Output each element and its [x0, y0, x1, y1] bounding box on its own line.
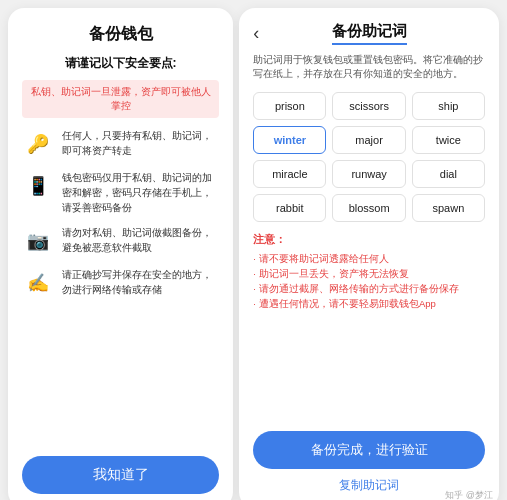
notes-section: 注意： 请不要将助记词透露给任何人助记词一旦丢失，资产将无法恢复请勿通过截屏、网…: [253, 232, 485, 312]
security-icon-1: 📱: [22, 170, 54, 202]
security-text-0: 任何人，只要持有私钥、助记词，即可将资产转走: [62, 128, 219, 158]
note-item-3: 遭遇任何情况，请不要轻易卸载钱包App: [253, 296, 485, 311]
mnemonic-word-11: spawn: [412, 194, 485, 222]
mnemonic-word-1: scissors: [332, 92, 405, 120]
confirm-backup-button[interactable]: 备份完成，进行验证: [253, 431, 485, 469]
right-header: ‹ 备份助记词: [253, 22, 485, 45]
back-button[interactable]: ‹: [253, 23, 259, 44]
security-text-1: 钱包密码仅用于私钥、助记词的加密和解密，密码只存储在手机上，请妥善密码备份: [62, 170, 219, 215]
note-item-0: 请不要将助记词透露给任何人: [253, 251, 485, 266]
right-panel: ‹ 备份助记词 助记词用于恢复钱包或重置钱包密码。将它准确的抄写在纸上，并存放在…: [239, 8, 499, 500]
mnemonic-word-0: prison: [253, 92, 326, 120]
security-icon-3: ✍️: [22, 267, 54, 299]
mnemonic-word-4: major: [332, 126, 405, 154]
watermark: 知乎 @梦江: [445, 489, 493, 500]
acknowledge-button[interactable]: 我知道了: [22, 456, 219, 494]
warning-badge: 私钥、助记词一旦泄露，资产即可被他人掌控: [22, 80, 219, 118]
security-icon-2: 📷: [22, 225, 54, 257]
right-title: 备份助记词: [332, 22, 407, 45]
security-list: 🔑 任何人，只要持有私钥、助记词，即可将资产转走 📱 钱包密码仅用于私钥、助记词…: [22, 128, 219, 450]
note-item-1: 助记词一旦丢失，资产将无法恢复: [253, 266, 485, 281]
left-panel: 备份钱包 请谨记以下安全要点: 私钥、助记词一旦泄露，资产即可被他人掌控 🔑 任…: [8, 8, 233, 500]
mnemonic-word-3: winter: [253, 126, 326, 154]
mnemonic-grid: prisonscissorsshipwintermajortwicemiracl…: [253, 92, 485, 222]
security-item: 📷 请勿对私钥、助记词做截图备份，避免被恶意软件截取: [22, 225, 219, 257]
mnemonic-word-10: blossom: [332, 194, 405, 222]
notes-title: 注意：: [253, 232, 485, 247]
security-text-2: 请勿对私钥、助记词做截图备份，避免被恶意软件截取: [62, 225, 219, 255]
security-icon-0: 🔑: [22, 128, 54, 160]
note-item-2: 请勿通过截屏、网络传输的方式进行备份保存: [253, 281, 485, 296]
security-item: 📱 钱包密码仅用于私钥、助记词的加密和解密，密码只存储在手机上，请妥善密码备份: [22, 170, 219, 215]
mnemonic-word-7: runway: [332, 160, 405, 188]
security-item: 🔑 任何人，只要持有私钥、助记词，即可将资产转走: [22, 128, 219, 160]
right-description: 助记词用于恢复钱包或重置钱包密码。将它准确的抄写在纸上，并存放在只有你知道的安全…: [253, 53, 485, 82]
right-actions: 备份完成，进行验证 复制助记词: [253, 431, 485, 494]
mnemonic-word-6: miracle: [253, 160, 326, 188]
mnemonic-word-8: dial: [412, 160, 485, 188]
mnemonic-word-5: twice: [412, 126, 485, 154]
mnemonic-word-9: rabbit: [253, 194, 326, 222]
security-item: ✍️ 请正确抄写并保存在安全的地方，勿进行网络传输或存储: [22, 267, 219, 299]
app-container: 备份钱包 请谨记以下安全要点: 私钥、助记词一旦泄露，资产即可被他人掌控 🔑 任…: [0, 0, 507, 500]
mnemonic-word-2: ship: [412, 92, 485, 120]
copy-mnemonic-button[interactable]: 复制助记词: [339, 477, 399, 494]
left-title: 备份钱包: [89, 24, 153, 45]
security-text-3: 请正确抄写并保存在安全的地方，勿进行网络传输或存储: [62, 267, 219, 297]
left-subtitle: 请谨记以下安全要点:: [22, 55, 219, 72]
